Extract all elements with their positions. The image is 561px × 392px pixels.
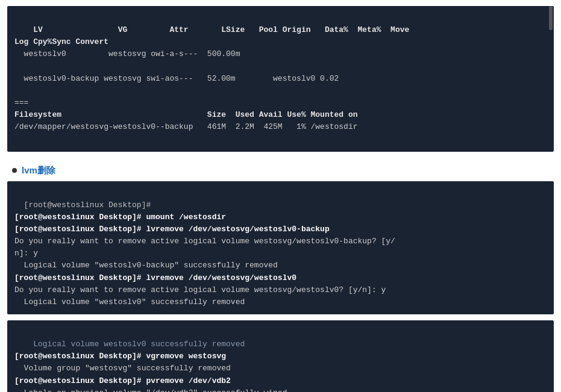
terminal2-line2: [root@westoslinux Desktop]# umount /west… xyxy=(14,213,226,222)
terminal3-line4: [root@westoslinux Desktop]# pvremove /de… xyxy=(14,376,231,385)
terminal-fs-header: Filesystem Size Used Avail Use% Mounted … xyxy=(14,110,358,119)
section-lvm-label: lvm删除 xyxy=(0,158,561,181)
terminal3-line2: [root@westoslinux Desktop]# vgremove wes… xyxy=(14,352,226,361)
section-lvm-text: lvm删除 xyxy=(22,165,55,176)
terminal-separator: === xyxy=(14,98,28,107)
terminal-fs-line: /dev/mapper/westosvg-westoslv0--backup 4… xyxy=(14,122,358,131)
terminal2-line5: n]: y xyxy=(14,249,38,258)
terminal2-line3: [root@westoslinux Desktop]# lvremove /de… xyxy=(14,225,330,234)
terminal2-line6: Logical volume "westoslv0-backup" succes… xyxy=(14,261,278,270)
scrollbar[interactable] xyxy=(549,6,553,30)
terminal-line-header: LV VG Attr LSize Pool Origin Data% Meta%… xyxy=(24,25,410,34)
terminal-line-header2: Log Cpy%Sync Convert xyxy=(14,37,108,46)
terminal-block-2: [root@westoslinux Desktop]# [root@westos… xyxy=(7,181,554,314)
terminal3-line5: Labels on physical volume "/dev/vdb2" su… xyxy=(14,388,292,392)
terminal3-line3: Volume group "westosvg" successfully rem… xyxy=(14,364,231,373)
terminal-line-lv1: westoslv0 westosvg owi-a-s--- 500.00m xyxy=(14,49,240,58)
terminal2-line1: [root@westoslinux Desktop]# xyxy=(24,201,151,210)
terminal-block-1: LV VG Attr LSize Pool Origin Data% Meta%… xyxy=(7,6,554,152)
bullet-icon xyxy=(12,168,17,173)
terminal2-line9: Logical volume "westoslv0" successfully … xyxy=(14,297,245,306)
terminal2-line4: Do you really want to remove active logi… xyxy=(14,237,395,246)
terminal-line-lv2: westoslv0-backup westosvg swi-aos--- 52.… xyxy=(14,74,339,83)
terminal2-line7: [root@westoslinux Desktop]# lvremove /de… xyxy=(14,273,296,282)
terminal-block-3: Logical volume westoslv0 successfully re… xyxy=(7,320,554,392)
terminal2-line8: Do you really want to remove active logi… xyxy=(14,285,386,294)
terminal3-line1: Logical volume westoslv0 successfully re… xyxy=(24,340,245,349)
